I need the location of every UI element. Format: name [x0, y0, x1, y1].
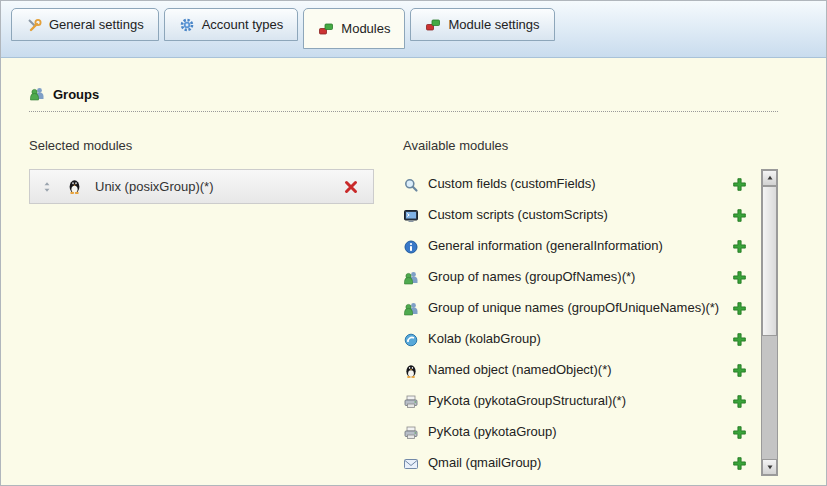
tab-account-types[interactable]: Account types: [164, 8, 299, 41]
section-title: Groups: [53, 87, 99, 102]
list-item: Custom fields (customFields): [403, 169, 755, 200]
list-item: Qmail (qmailGroup): [403, 448, 755, 479]
remove-module-button[interactable]: [343, 179, 359, 195]
module-label: Qmail (qmailGroup): [428, 455, 541, 471]
tux-icon: [66, 178, 83, 195]
selected-module-label: Unix (posixGroup)(*): [95, 179, 213, 194]
arrow-up-icon: [765, 173, 775, 183]
kolab-icon: [403, 332, 419, 348]
available-modules-column: Available modules Custom fields (customF…: [403, 138, 778, 479]
add-module-button[interactable]: [732, 332, 747, 347]
module-label: Custom scripts (customScripts): [428, 207, 608, 223]
selected-modules-column: Selected modules Unix (posixGroup)(*): [29, 138, 389, 479]
add-module-button[interactable]: [732, 456, 747, 471]
group-icon: [403, 270, 419, 286]
scrollbar-thumb[interactable]: [762, 186, 777, 336]
arrow-down-icon: [765, 462, 775, 472]
list-item: Group of names (groupOfNames)(*): [403, 262, 755, 293]
printer-icon: [403, 425, 419, 441]
modules-icon: [318, 21, 334, 37]
module-label: Named object (namedObject)(*): [428, 362, 612, 378]
tab-module-settings[interactable]: Module settings: [410, 8, 554, 41]
list-item: Kolab (kolabGroup): [403, 324, 755, 355]
list-item: PyKota (pykotaGroupStructural)(*): [403, 386, 755, 417]
module-label: Group of unique names (groupOfUniqueName…: [428, 300, 719, 316]
mail-icon: [403, 456, 419, 472]
list-item: General information (generalInformation): [403, 231, 755, 262]
selected-modules-heading: Selected modules: [29, 138, 389, 153]
groups-icon: [29, 86, 45, 102]
tab-bar: General settings Account types Modules M…: [1, 1, 826, 58]
selected-module-row[interactable]: Unix (posixGroup)(*): [29, 169, 374, 204]
tab-modules[interactable]: Modules: [303, 8, 405, 49]
info-icon: [403, 239, 419, 255]
tux-icon: [403, 363, 419, 379]
add-module-button[interactable]: [732, 425, 747, 440]
drag-handle-icon[interactable]: [40, 180, 54, 194]
add-module-button[interactable]: [732, 208, 747, 223]
add-module-button[interactable]: [732, 301, 747, 316]
available-modules-heading: Available modules: [403, 138, 778, 153]
add-module-button[interactable]: [732, 363, 747, 378]
add-module-button[interactable]: [732, 239, 747, 254]
module-label: PyKota (pykotaGroup): [428, 424, 557, 440]
tab-label: Modules: [341, 21, 390, 36]
add-module-button[interactable]: [732, 270, 747, 285]
scrollbar-track[interactable]: [762, 186, 777, 459]
add-module-button[interactable]: [732, 394, 747, 409]
terminal-icon: [403, 208, 419, 224]
available-modules-list: Custom fields (customFields) Custom scri…: [403, 169, 755, 479]
list-item: Group of unique names (groupOfUniqueName…: [403, 293, 755, 324]
modules-content: Groups Selected modules Unix (posixGroup…: [1, 58, 826, 479]
module-label: Custom fields (customFields): [428, 176, 596, 192]
add-module-button[interactable]: [732, 177, 747, 192]
tab-label: General settings: [49, 17, 144, 32]
scroll-down-button[interactable]: [762, 459, 777, 475]
scrollbar[interactable]: [761, 169, 778, 476]
modules-columns: Selected modules Unix (posixGroup)(*) Av…: [29, 138, 778, 479]
gear-icon: [179, 17, 195, 33]
module-label: PyKota (pykotaGroupStructural)(*): [428, 393, 626, 409]
tab-label: Module settings: [448, 17, 539, 32]
section-header: Groups: [29, 86, 778, 112]
module-label: General information (generalInformation): [428, 238, 663, 254]
scroll-up-button[interactable]: [762, 170, 777, 186]
tab-general-settings[interactable]: General settings: [11, 8, 159, 41]
list-item: Custom scripts (customScripts): [403, 200, 755, 231]
list-item: PyKota (pykotaGroup): [403, 417, 755, 448]
lam-config-window: General settings Account types Modules M…: [0, 0, 827, 486]
module-label: Group of names (groupOfNames)(*): [428, 269, 635, 285]
magnifier-icon: [403, 177, 419, 193]
modules-icon: [425, 17, 441, 33]
list-item: Named object (namedObject)(*): [403, 355, 755, 386]
tab-label: Account types: [202, 17, 284, 32]
group-icon: [403, 301, 419, 317]
wrench-icon: [26, 17, 42, 33]
printer-icon: [403, 394, 419, 410]
available-modules-list-wrap: Custom fields (customFields) Custom scri…: [403, 169, 778, 479]
module-label: Kolab (kolabGroup): [428, 331, 541, 347]
